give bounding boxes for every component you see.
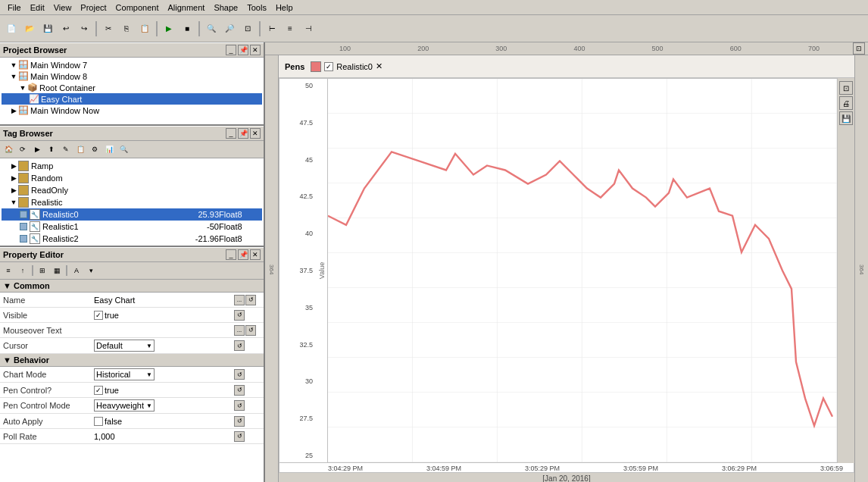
align-right-btn[interactable]: ⊣ [300,20,317,37]
close-btn[interactable]: ✕ [250,45,261,55]
pin-btn-prop[interactable]: 📌 [238,249,248,260]
expand-icon[interactable]: ▶ [9,186,18,194]
expand-icon[interactable]: ▼ [9,61,18,69]
cursor-dropdown[interactable]: Default ▼ [94,340,155,352]
expand-icon[interactable]: ▼ [9,73,18,80]
prop-reset-btn[interactable]: ↺ [234,310,245,321]
minimize-btn[interactable]: _ [226,45,236,55]
close-btn-tag[interactable]: ✕ [250,128,261,139]
tag-tb-btn6[interactable]: 📋 [73,142,87,156]
tag-item-realistic2[interactable]: 🔧 Realistic2 -21.96 Float8 [2,233,262,245]
tag-item-realistic0[interactable]: 🔧 Realistic0 25.93 Float8 [2,208,262,221]
tag-tb-btn2[interactable]: ⟳ [16,142,30,156]
tag-tb-btn3[interactable]: ▶ [30,142,44,156]
tag-tb-btn9[interactable]: 🔍 [117,142,130,156]
chart-expand-btn[interactable]: ⊡ [839,81,853,95]
tree-item-root[interactable]: ▼ 📦 Root Container [2,82,262,93]
menu-alignment[interactable]: Alignment [163,2,209,14]
prop-reset-btn[interactable]: ↺ [245,325,256,336]
visible-checkbox[interactable]: ✓ [94,311,103,320]
expand-icon[interactable]: ▶ [9,162,18,170]
expand-btn[interactable]: ⊡ [853,42,865,55]
stop-btn[interactable]: ■ [179,20,195,37]
prop-tb-btn2[interactable]: ↑ [16,264,30,277]
prop-reset-btn[interactable]: ↺ [234,416,245,427]
run-btn[interactable]: ▶ [161,20,177,37]
prop-reset-btn[interactable]: ↺ [234,340,245,351]
prop-tb-btn3[interactable]: ⊞ [36,264,49,277]
chart-plot[interactable] [327,78,838,463]
cut-btn[interactable]: ✂ [100,20,117,37]
zoom-in-btn[interactable]: 🔍 [203,20,220,37]
prop-value-chartmode[interactable]: Historical ▼ [91,367,233,382]
expand-icon[interactable]: ▶ [9,174,18,182]
tag-tb-btn4[interactable]: ⬆ [45,142,58,156]
tree-item-mainnow[interactable]: ▶ 🪟 Main Window Now [2,105,262,116]
menu-shape[interactable]: Shape [209,2,242,14]
tree-label: Main Window 8 [30,72,87,81]
menu-file[interactable]: File [3,2,26,14]
fwd-btn[interactable]: ↪ [76,20,92,37]
prop-value-penctrlmode[interactable]: Heavyweight ▼ [91,398,233,413]
save-btn[interactable]: 💾 [39,20,56,37]
pin-btn-tag[interactable]: 📌 [238,128,248,139]
paste-btn[interactable]: 📋 [136,20,153,37]
tag-tb-btn1[interactable]: 🏠 [2,142,15,156]
penctrl-checkbox[interactable]: ✓ [94,386,103,395]
prop-tb-btn1[interactable]: ≡ [2,264,15,277]
penctrlmode-dropdown[interactable]: Heavyweight ▼ [94,399,155,412]
tree-item-easychart[interactable]: 📈 Easy Chart [2,93,262,105]
menu-tools[interactable]: Tools [242,2,271,14]
prop-reset-btn[interactable]: ↺ [245,295,256,305]
align-left-btn[interactable]: ⊢ [264,20,280,37]
tag-item-ramp[interactable]: ▶ Ramp [2,160,262,172]
tag-tb-btn7[interactable]: ⚙ [88,142,101,156]
minimize-btn-prop[interactable]: _ [226,249,236,260]
chart-print-btn[interactable]: 🖨 [839,96,853,110]
tree-item-main7[interactable]: ▼ 🪟 Main Window 7 [2,59,262,70]
back-btn[interactable]: ↩ [58,20,74,37]
expand-icon[interactable]: ▶ [9,107,18,114]
tag-tb-btn5[interactable]: ✎ [59,142,73,156]
tag-label: Realistic2 [42,234,79,243]
new-btn[interactable]: 📄 [3,20,20,37]
prop-reset-btn[interactable]: ↺ [234,431,245,442]
tag-item-random[interactable]: ▶ Random [2,172,262,184]
menu-help[interactable]: Help [271,2,298,14]
fit-btn[interactable]: ⊡ [239,20,256,37]
tag-item-readonly[interactable]: ▶ ReadOnly [2,184,262,196]
pin-btn[interactable]: 📌 [238,45,248,55]
prop-edit-btn[interactable]: ... [234,325,245,336]
menu-project[interactable]: Project [76,2,111,14]
pen-checkbox[interactable]: ✓ [324,62,333,71]
menu-edit[interactable]: Edit [26,2,49,14]
tree-item-main8[interactable]: ▼ 🪟 Main Window 8 [2,70,262,82]
open-btn[interactable]: 📂 [21,20,38,37]
prop-reset-btn[interactable]: ↺ [234,385,245,396]
prop-reset-btn[interactable]: ↺ [234,369,245,380]
prop-label-name: Name [0,294,91,306]
prop-value-cursor[interactable]: Default ▼ [91,338,233,353]
pen-close-btn[interactable]: ✕ [376,61,382,71]
copy-btn[interactable]: ⎘ [118,20,135,37]
folder-icon [18,197,29,208]
tag-item-realistic1[interactable]: 🔧 Realistic1 -50 Float8 [2,221,262,233]
tag-item-realistic[interactable]: ▼ Realistic [2,196,262,208]
expand-icon[interactable]: ▼ [9,199,18,206]
menu-view[interactable]: View [49,2,76,14]
align-center-btn[interactable]: ≡ [282,20,298,37]
prop-tb-btn6[interactable]: ▾ [84,264,98,277]
chartmode-dropdown[interactable]: Historical ▼ [94,368,155,380]
tag-tb-btn8[interactable]: 📊 [102,142,116,156]
chart-save-btn[interactable]: 💾 [839,111,853,125]
zoom-out-btn[interactable]: 🔎 [221,20,238,37]
expand-icon[interactable]: ▼ [18,84,27,92]
autoapply-checkbox[interactable] [94,417,103,426]
prop-tb-btn4[interactable]: ▦ [50,264,64,277]
prop-edit-btn[interactable]: ... [234,295,245,305]
close-btn-prop[interactable]: ✕ [250,249,261,260]
minimize-btn-tag[interactable]: _ [226,128,236,139]
menu-component[interactable]: Component [111,2,164,14]
prop-reset-btn[interactable]: ↺ [234,400,245,411]
prop-tb-btn5[interactable]: A [70,264,83,277]
